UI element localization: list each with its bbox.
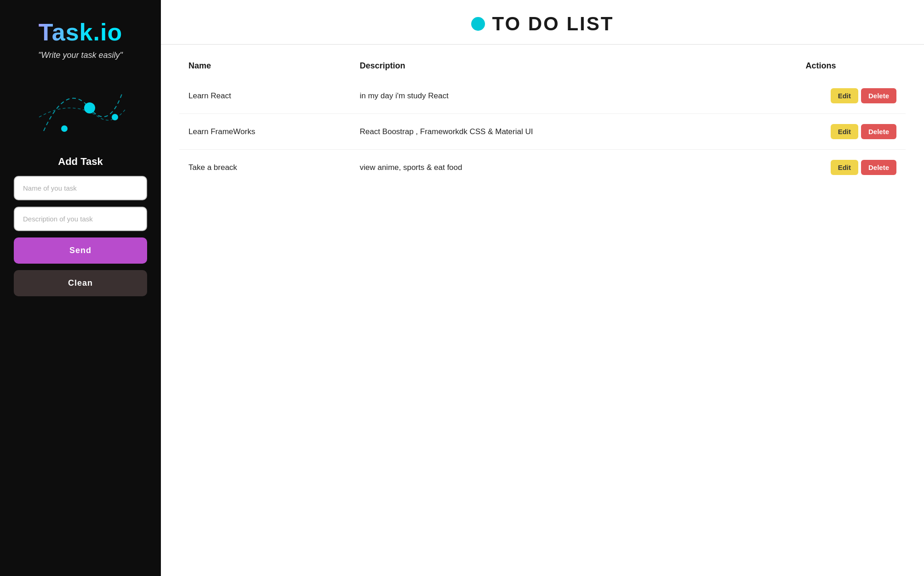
col-header-actions: Actions	[736, 54, 906, 78]
edit-button[interactable]: Edit	[831, 88, 858, 103]
task-description-cell: view anime, sports & eat food	[350, 150, 736, 186]
app-subtitle: "Write your task easily"	[38, 51, 123, 60]
task-actions-cell: EditDelete	[736, 78, 906, 114]
task-name-cell: Learn FrameWorks	[179, 114, 350, 150]
delete-button[interactable]: Delete	[861, 88, 896, 103]
svg-point-2	[61, 125, 68, 132]
svg-point-0	[112, 114, 118, 120]
clean-button[interactable]: Clean	[14, 270, 147, 296]
header-dot-icon	[471, 17, 485, 31]
delete-button[interactable]: Delete	[861, 160, 896, 175]
delete-button[interactable]: Delete	[861, 124, 896, 139]
col-header-name: Name	[179, 54, 350, 78]
col-header-description: Description	[350, 54, 736, 78]
page-title: TO DO LIST	[492, 13, 614, 35]
edit-button[interactable]: Edit	[831, 124, 858, 139]
table-row: Take a breackview anime, sports & eat fo…	[179, 150, 906, 186]
main-content: TO DO LIST Name Description Actions Lear…	[161, 0, 924, 576]
task-actions-cell: EditDelete	[736, 150, 906, 186]
decorative-graphic	[30, 71, 131, 145]
add-task-label: Add Task	[58, 156, 103, 168]
task-actions-cell: EditDelete	[736, 114, 906, 150]
task-description-input[interactable]	[14, 207, 147, 231]
sidebar: Task.io "Write your task easily" Add Tas…	[0, 0, 161, 576]
table-row: Learn Reactin my day i'm study ReactEdit…	[179, 78, 906, 114]
table-header-row: Name Description Actions	[179, 54, 906, 78]
task-table-wrapper: Name Description Actions Learn Reactin m…	[161, 45, 924, 194]
task-name-input[interactable]	[14, 176, 147, 200]
task-table-body: Learn Reactin my day i'm study ReactEdit…	[179, 78, 906, 185]
table-row: Learn FrameWorksReact Boostrap , Framewo…	[179, 114, 906, 150]
main-header: TO DO LIST	[161, 0, 924, 45]
task-description-cell: React Boostrap , Frameworkdk CSS & Mater…	[350, 114, 736, 150]
app-title: Task.io	[39, 18, 122, 46]
task-name-cell: Learn React	[179, 78, 350, 114]
task-table: Name Description Actions Learn Reactin m…	[179, 54, 906, 185]
task-name-cell: Take a breack	[179, 150, 350, 186]
svg-point-1	[84, 102, 95, 113]
task-description-cell: in my day i'm study React	[350, 78, 736, 114]
edit-button[interactable]: Edit	[831, 160, 858, 175]
send-button[interactable]: Send	[14, 237, 147, 264]
